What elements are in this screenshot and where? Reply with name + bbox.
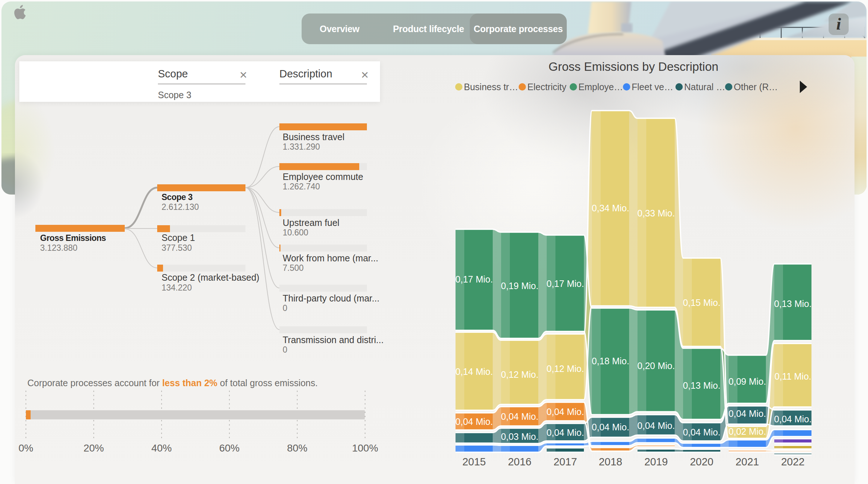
svg-text:Transmission and distri...: Transmission and distri... bbox=[283, 335, 384, 345]
svg-text:0,20 Mio.: 0,20 Mio. bbox=[638, 361, 675, 371]
svg-text:0: 0 bbox=[283, 303, 287, 313]
svg-text:2016: 2016 bbox=[508, 456, 532, 468]
svg-text:2021: 2021 bbox=[736, 456, 759, 468]
svg-text:0,19 Mio.: 0,19 Mio. bbox=[501, 281, 539, 291]
svg-text:Third-party cloud (mar...: Third-party cloud (mar... bbox=[283, 293, 379, 303]
svg-text:2022: 2022 bbox=[781, 456, 805, 468]
svg-text:377.530: 377.530 bbox=[162, 243, 192, 253]
svg-text:1.331.290: 1.331.290 bbox=[283, 142, 320, 151]
svg-text:Work from home (mar...: Work from home (mar... bbox=[283, 253, 378, 263]
svg-text:0,17 Mio.: 0,17 Mio. bbox=[547, 279, 584, 289]
svg-text:Electricity: Electricity bbox=[527, 82, 566, 92]
svg-text:2020: 2020 bbox=[690, 456, 714, 468]
svg-text:Employee commute: Employee commute bbox=[283, 172, 363, 182]
svg-text:Other (R…: Other (R… bbox=[734, 82, 778, 92]
svg-text:0,13 Mio.: 0,13 Mio. bbox=[774, 299, 812, 309]
svg-text:0,04 Mio.: 0,04 Mio. bbox=[638, 420, 675, 431]
svg-text:Scope 2 (market-based): Scope 2 (market-based) bbox=[162, 272, 259, 283]
svg-text:0,34 Mio.: 0,34 Mio. bbox=[592, 203, 629, 213]
svg-text:0,04 Mio.: 0,04 Mio. bbox=[456, 416, 493, 427]
svg-text:0,04 Mio.: 0,04 Mio. bbox=[774, 414, 812, 424]
svg-text:0,14 Mio.: 0,14 Mio. bbox=[456, 366, 493, 377]
svg-text:Scope 3: Scope 3 bbox=[162, 192, 193, 202]
svg-text:0,13 Mio.: 0,13 Mio. bbox=[683, 380, 721, 391]
svg-text:0,17 Mio.: 0,17 Mio. bbox=[456, 274, 493, 284]
svg-text:2018: 2018 bbox=[599, 456, 623, 468]
svg-text:0,04 Mio.: 0,04 Mio. bbox=[501, 411, 539, 422]
svg-text:3.123.880: 3.123.880 bbox=[40, 243, 77, 253]
svg-text:10.600: 10.600 bbox=[283, 228, 308, 237]
svg-text:Scope 1: Scope 1 bbox=[162, 233, 195, 243]
svg-text:0,04 Mio.: 0,04 Mio. bbox=[729, 408, 766, 419]
svg-text:100%: 100% bbox=[352, 442, 378, 454]
svg-text:0,04 Mio.: 0,04 Mio. bbox=[683, 427, 721, 437]
svg-text:Business travel: Business travel bbox=[283, 132, 345, 142]
svg-text:0,12 Mio.: 0,12 Mio. bbox=[547, 364, 584, 374]
svg-text:0,04 Mio.: 0,04 Mio. bbox=[547, 407, 584, 417]
svg-text:Upstream fuel: Upstream fuel bbox=[283, 218, 340, 228]
svg-text:0,03 Mio.: 0,03 Mio. bbox=[501, 431, 539, 442]
svg-text:0,33 Mio.: 0,33 Mio. bbox=[638, 208, 675, 218]
svg-text:0,11 Mio.: 0,11 Mio. bbox=[775, 371, 811, 381]
svg-text:40%: 40% bbox=[151, 442, 172, 454]
svg-text:1.262.740: 1.262.740 bbox=[283, 182, 320, 191]
svg-text:0,04 Mio.: 0,04 Mio. bbox=[592, 422, 629, 432]
svg-text:2015: 2015 bbox=[462, 456, 486, 468]
svg-text:20%: 20% bbox=[84, 442, 104, 454]
svg-text:Fleet ve…: Fleet ve… bbox=[632, 82, 673, 92]
svg-text:0,09 Mio.: 0,09 Mio. bbox=[729, 376, 766, 387]
svg-text:2017: 2017 bbox=[554, 456, 577, 468]
svg-text:2019: 2019 bbox=[644, 456, 668, 468]
svg-text:Gross Emissions by Description: Gross Emissions by Description bbox=[549, 60, 718, 73]
svg-text:0,04 Mio.: 0,04 Mio. bbox=[547, 427, 584, 438]
svg-text:0,02 Mio.: 0,02 Mio. bbox=[729, 426, 766, 437]
svg-text:Business tr…: Business tr… bbox=[464, 82, 518, 92]
svg-text:Employe…: Employe… bbox=[578, 82, 623, 92]
svg-text:80%: 80% bbox=[287, 442, 307, 454]
svg-text:2.612.130: 2.612.130 bbox=[162, 202, 199, 212]
svg-text:Natural …: Natural … bbox=[684, 82, 725, 92]
svg-text:60%: 60% bbox=[219, 442, 240, 454]
svg-text:0,15 Mio.: 0,15 Mio. bbox=[683, 297, 721, 308]
svg-text:Gross Emissions: Gross Emissions bbox=[40, 233, 106, 243]
svg-text:0,12 Mio.: 0,12 Mio. bbox=[501, 369, 539, 380]
svg-text:0,18 Mio.: 0,18 Mio. bbox=[592, 356, 629, 366]
svg-text:0%: 0% bbox=[19, 442, 33, 454]
svg-text:7.500: 7.500 bbox=[283, 263, 304, 273]
svg-text:0: 0 bbox=[283, 345, 287, 354]
svg-text:Corporate processes account fo: Corporate processes account for less tha… bbox=[27, 378, 318, 388]
svg-text:134.220: 134.220 bbox=[162, 283, 192, 292]
